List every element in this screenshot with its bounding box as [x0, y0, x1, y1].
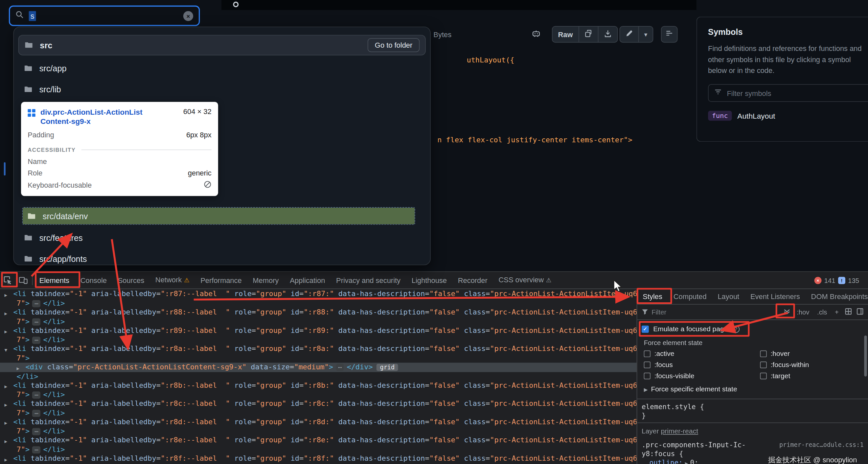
elements-tree[interactable]: ▶<li tabindex="-1" aria-labelledby=":r87… — [0, 289, 637, 464]
ellipsis-pill[interactable]: ⋯ — [33, 318, 41, 325]
tree-line[interactable]: 7">⋯</li> — [0, 335, 637, 344]
tree-line[interactable]: ▶<li tabindex="-1" aria-labelledby=":r8c… — [0, 399, 637, 408]
force-specific-element-state[interactable]: ▶Force specific element state — [637, 382, 868, 397]
tab-performance[interactable]: Performance — [195, 272, 247, 288]
disclosure-icon[interactable]: ▼ — [4, 345, 7, 353]
disclosure-icon[interactable]: ▶ — [4, 382, 7, 390]
new-style-rule-button[interactable]: + — [833, 308, 840, 316]
dropdown-item-src-app-fonts[interactable]: src/app/fonts — [19, 249, 426, 266]
disclosure-icon[interactable]: ▶ — [4, 455, 7, 463]
tree-line[interactable]: 7">⋯</li> — [0, 427, 637, 436]
ellipsis-pill[interactable]: ⋯ — [33, 337, 41, 344]
tab-privacy-and-security[interactable]: Privacy and security — [331, 272, 406, 288]
tree-line[interactable]: ▶<li tabindex="-1" aria-labelledby=":r89… — [0, 326, 637, 335]
checkbox-icon[interactable] — [760, 373, 767, 379]
symbols-panel-toggle-button[interactable] — [661, 26, 678, 43]
expand-shorthand-icon[interactable]: ▶ — [685, 461, 688, 464]
disclosure-icon[interactable]: ▶ — [4, 400, 7, 408]
symbol-result-row[interactable]: func AuthLayout — [708, 111, 868, 121]
attr-name: tabindex — [26, 399, 65, 407]
raw-button[interactable]: Raw — [553, 27, 579, 42]
element-style-block[interactable]: element.style { } — [637, 399, 868, 420]
grid-badge[interactable]: grid — [376, 364, 398, 371]
checkbox-icon[interactable] — [760, 362, 767, 368]
edit-button[interactable] — [620, 27, 638, 42]
file-search-input[interactable]: s × — [9, 6, 200, 26]
state-focus-visible[interactable]: :focus-visible — [644, 372, 694, 380]
tree-line[interactable]: ▶<li tabindex="-1" aria-labelledby=":r87… — [0, 289, 637, 299]
layer-link[interactable]: primer-react — [661, 428, 698, 435]
ellipsis-pill[interactable]: ⋯ — [33, 300, 41, 307]
disclosure-icon[interactable]: ▶ — [17, 364, 20, 372]
tree-line[interactable]: ▶<div class="prc-ActionList-ActionListCo… — [0, 363, 637, 372]
tab-sources[interactable]: Sources — [112, 272, 150, 288]
tab-computed[interactable]: Computed — [668, 289, 712, 304]
device-toolbar-icon[interactable] — [16, 272, 31, 288]
tree-line[interactable]: ▶<li tabindex="-1" aria-labelledby=":r88… — [0, 308, 637, 317]
ellipsis-pill[interactable]: ⋯ — [33, 428, 41, 435]
tree-line[interactable]: </li> — [0, 372, 637, 381]
checkbox-icon[interactable] — [644, 362, 651, 368]
scrollbar-thumb[interactable] — [864, 336, 867, 377]
tab-dom-breakpoints[interactable]: DOM Breakpoints — [806, 289, 868, 304]
tree-line[interactable]: ▼<li tabindex="-1" aria-labelledby=":r8a… — [0, 344, 637, 353]
dropdown-item-src-features[interactable]: src/features — [19, 228, 426, 248]
tab-css-overview[interactable]: CSS overview⚠ — [493, 272, 557, 289]
state-focus[interactable]: :focus — [644, 361, 673, 369]
state-active[interactable]: :active — [644, 350, 675, 358]
console-status-badges[interactable]: × 141 ! 135 — [814, 272, 860, 289]
tree-line[interactable]: 7">⋯</li> — [0, 317, 637, 326]
checkbox-icon[interactable] — [760, 351, 767, 357]
computed-sidebar-icon[interactable] — [857, 307, 864, 317]
disclosure-icon[interactable]: ▶ — [4, 437, 7, 444]
clear-search-icon[interactable]: × — [183, 11, 193, 21]
tree-line[interactable]: ▶<li tabindex="-1" aria-labelledby=":r8d… — [0, 417, 637, 427]
attr-name: id — [286, 326, 299, 334]
disclosure-icon[interactable]: ▶ — [4, 309, 7, 317]
dropdown-item-src-app[interactable]: src/app — [19, 58, 426, 79]
tree-line[interactable]: 7">⋯</li> — [0, 299, 637, 308]
tree-line[interactable]: ▶<li tabindex="-1" aria-labelledby=":r8f… — [0, 454, 637, 463]
tree-line[interactable]: ▶<li tabindex="-1" aria-labelledby=":r8e… — [0, 436, 637, 445]
styles-filter-input[interactable]: Filter — [642, 307, 779, 317]
tab-layout[interactable]: Layout — [712, 289, 745, 304]
tab-console[interactable]: Console — [75, 272, 112, 288]
checkbox-icon[interactable] — [644, 373, 651, 379]
tree-line[interactable]: 7">⋯</li> — [0, 390, 637, 399]
dropdown-item-src-lib[interactable]: src/lib — [19, 79, 426, 99]
dropdown-item-src-data-env-inspect-highlighted[interactable]: src/data/env — [23, 208, 414, 224]
tab-recorder[interactable]: Recorder — [453, 272, 493, 288]
ellipsis-pill[interactable]: ⋯ — [33, 409, 41, 417]
tab-application[interactable]: Application — [284, 272, 331, 288]
disclosure-icon[interactable]: ▶ — [4, 419, 7, 427]
stylesheet-source-link[interactable]: primer-reac…odule.css:1 — [779, 441, 864, 450]
grid-overlay-icon[interactable] — [845, 307, 852, 317]
copilot-button[interactable] — [526, 26, 546, 43]
tag-text: <li — [13, 308, 26, 316]
tree-line[interactable]: 7"> — [0, 353, 637, 363]
disclosure-icon[interactable]: ▶ — [4, 327, 7, 335]
go-to-folder-button[interactable]: Go to folder — [368, 38, 420, 52]
toggle-element-state-button[interactable]: :hov — [795, 308, 811, 316]
edit-dropdown-button[interactable]: ▾ — [638, 27, 653, 42]
tree-line[interactable]: 7">⋯</li> — [0, 445, 637, 454]
tree-line[interactable]: ▶<li tabindex="-1" aria-labelledby=":r8b… — [0, 381, 637, 390]
tab-network[interactable]: Network⚠ — [150, 272, 195, 289]
tab-lighthouse[interactable]: Lighthouse — [406, 272, 453, 288]
state-hover[interactable]: :hover — [760, 350, 790, 358]
ellipsis-pill[interactable]: ⋯ — [33, 446, 41, 453]
ellipsis-pill[interactable]: ⋯ — [336, 364, 344, 371]
element-classes-button[interactable]: .cls — [815, 308, 829, 316]
tab-memory[interactable]: Memory — [247, 272, 284, 288]
ellipsis-pill[interactable]: ⋯ — [33, 391, 41, 398]
download-button[interactable] — [598, 27, 617, 42]
tree-line[interactable]: 7">⋯</li> — [0, 408, 637, 417]
disclosure-icon[interactable]: ▶ — [4, 291, 7, 299]
state-focus-within[interactable]: :focus-within — [760, 361, 809, 369]
filter-symbols-input[interactable]: Filter symbols — [708, 85, 868, 102]
checkbox-icon[interactable] — [644, 351, 651, 357]
tab-event-listeners[interactable]: Event Listeners — [745, 289, 806, 304]
dropdown-item-src[interactable]: src Go to folder — [19, 35, 426, 55]
copy-button[interactable] — [578, 27, 598, 42]
state-target[interactable]: :target — [760, 372, 790, 380]
